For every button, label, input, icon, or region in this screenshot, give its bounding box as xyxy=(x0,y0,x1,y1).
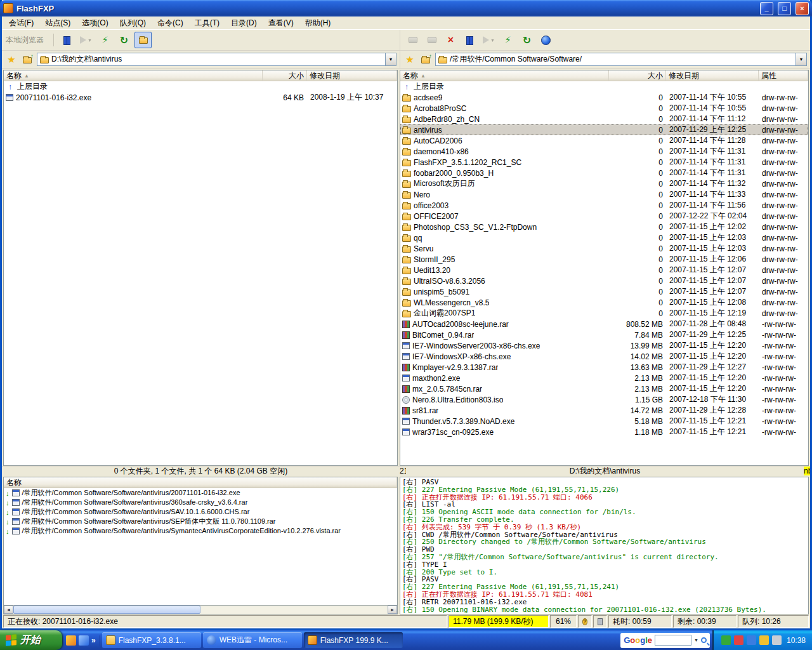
remote-column-date[interactable]: 修改日期 xyxy=(666,70,759,81)
file-row[interactable]: Kmplayer-v2.9.3.1387.rar13.63 MB2007-11-… xyxy=(400,362,808,373)
taskbar-task[interactable]: WEB迅雷 - Micros... xyxy=(203,632,302,648)
file-row[interactable]: wrar371sc_cn-0925.exe1.18 MB2007-11-15 上… xyxy=(400,427,808,437)
queue-item[interactable]: ↓/常用软件/Common Software/Software/antiviru… xyxy=(4,498,397,507)
remote-pause-button[interactable] xyxy=(461,32,478,48)
file-row[interactable]: Acrobat8ProSC02007-11-14 下午 10:55drw-rw-… xyxy=(400,103,808,114)
local-column-size[interactable]: 大小 xyxy=(263,70,307,81)
quick-launch-icon-2[interactable] xyxy=(79,635,89,646)
local-transfer-button[interactable]: ▼ xyxy=(77,32,95,48)
file-row[interactable]: IE7-WindowsServer2003-x86-chs.exe13.99 M… xyxy=(400,340,808,351)
file-row[interactable]: ↑上层目录 xyxy=(400,81,808,92)
local-path-combobox[interactable]: D:\我的文档\antivirus ▼ xyxy=(37,53,396,66)
file-row[interactable]: foobar2000_0.950b3_H02007-11-14 下午 11:31… xyxy=(400,168,808,178)
menu-item[interactable]: 帮助(H) xyxy=(299,17,337,30)
file-row[interactable]: BitComet_0.94.rar7.84 MB2007-11-29 上午 12… xyxy=(400,329,808,340)
file-row[interactable]: Photoshop_CS3_SC_V1.2-FtpDown02007-11-15… xyxy=(400,222,808,232)
file-row[interactable]: OFFICE200702007-12-22 下午 02:04drw-rw-rw- xyxy=(400,211,808,222)
file-row[interactable]: Servu02007-11-15 上午 12:03drw-rw-rw- xyxy=(400,243,808,254)
remote-reconnect-button[interactable] xyxy=(423,32,440,48)
taskbar-task[interactable]: FlashFXP 199.9 K... xyxy=(304,632,403,648)
file-row[interactable]: 20071101-016-i32.exe64 KB2008-1-19 上午 10… xyxy=(4,92,397,103)
menu-item[interactable]: 命令(C) xyxy=(152,17,189,30)
transfer-queue-list[interactable]: ↓/常用软件/Common Software/Software/antiviru… xyxy=(4,488,397,605)
file-row[interactable]: daemon410-x8602007-11-14 下午 11:31drw-rw-… xyxy=(400,146,808,157)
remote-path-combobox[interactable]: /常用软件/Common Software/Software/ ▼ xyxy=(435,53,807,66)
quick-launch-icon-1[interactable] xyxy=(66,635,76,646)
file-row[interactable]: unispim5_b509102007-11-15 上午 12:07drw-rw… xyxy=(400,286,808,297)
local-pause-button[interactable] xyxy=(58,32,75,48)
remote-column-size[interactable]: 大小 xyxy=(609,70,666,81)
file-row[interactable]: sr81.rar14.72 MB2007-11-29 上午 12:28-rw-r… xyxy=(400,405,808,416)
google-search-input[interactable] xyxy=(655,635,691,646)
google-dropdown-icon[interactable]: ▼ xyxy=(694,638,698,642)
minimize-button[interactable]: _ xyxy=(760,2,773,15)
local-file-list[interactable]: ↑上层目录20071101-016-i32.exe64 KB2008-1-19 … xyxy=(4,81,397,465)
local-column-name[interactable]: 名称▲ xyxy=(4,70,263,81)
ftp-log-pane[interactable]: [右] PASV[右] 227 Entering Passive Mode (6… xyxy=(400,477,809,614)
taskbar-task[interactable]: FlashFXP_3.3.8.1... xyxy=(102,632,201,648)
file-row[interactable]: qq02007-11-15 上午 12:03drw-rw-rw- xyxy=(400,232,808,243)
remote-up-directory-button[interactable]: ↑ xyxy=(419,53,433,66)
google-search-band[interactable]: Google ▼ xyxy=(620,633,710,648)
file-row[interactable]: mx_2.0.5.7845cn.rar2.13 MB2007-11-15 上午 … xyxy=(400,383,808,394)
scroll-right-button[interactable]: ► xyxy=(388,606,397,614)
start-button[interactable]: 开始 xyxy=(0,630,62,650)
remote-column-name[interactable]: 名称▲ xyxy=(400,70,609,81)
file-row[interactable]: Uedit13.2002007-11-15 上午 12:07drw-rw-rw- xyxy=(400,265,808,275)
close-button[interactable]: × xyxy=(796,2,809,15)
file-row[interactable]: acdsee902007-11-14 下午 10:55drw-rw-rw- xyxy=(400,92,808,103)
queue-column-name[interactable]: 名称 xyxy=(4,477,397,488)
remote-disconnect-button[interactable]: × xyxy=(442,32,459,48)
file-row[interactable]: Microsoft农历日历02007-11-14 下午 11:32drw-rw-… xyxy=(400,178,808,189)
queue-horizontal-scrollbar[interactable]: ◄ ► xyxy=(3,606,398,614)
local-favorites-star-icon[interactable]: ★ xyxy=(5,54,18,65)
remote-transfer-button[interactable]: ▼ xyxy=(480,32,497,48)
scroll-left-button[interactable]: ◄ xyxy=(4,606,13,614)
maximize-button[interactable]: □ xyxy=(778,2,791,15)
local-up-directory-button[interactable]: ↑ xyxy=(20,53,34,66)
file-row[interactable]: FlashFXP_3.5.1.1202_RC1_SC02007-11-14 下午… xyxy=(400,157,808,168)
menu-item[interactable]: 查看(V) xyxy=(263,17,299,30)
local-browse-button[interactable] xyxy=(134,32,152,48)
menu-item[interactable]: 选项(O) xyxy=(76,17,114,30)
local-refresh-button[interactable]: ↻ xyxy=(115,32,133,48)
file-row[interactable]: maxthon2.exe2.13 MB2007-11-15 上午 12:20-r… xyxy=(400,373,808,383)
local-quick-transfer-button[interactable]: ⚡ xyxy=(96,32,114,48)
file-row[interactable]: office200302007-11-14 下午 11:56drw-rw-rw- xyxy=(400,200,808,211)
file-row[interactable]: Nero.8.Ultra.Edition803.iso1.15 GB2007-1… xyxy=(400,394,808,405)
input-method-tray-icon[interactable] xyxy=(759,635,769,645)
network-tray-icon[interactable] xyxy=(747,635,756,645)
remote-channel-button[interactable] xyxy=(537,32,554,48)
file-row[interactable]: IE7-WindowsXP-x86-chs.exe14.02 MB2007-11… xyxy=(400,351,808,362)
remote-favorites-star-icon[interactable]: ★ xyxy=(403,54,416,65)
local-column-date[interactable]: 修改日期 xyxy=(307,70,397,81)
volume-tray-icon[interactable] xyxy=(772,635,782,645)
menu-item[interactable]: 队列(Q) xyxy=(114,17,152,30)
queue-item[interactable]: ↓/常用软件/Common Software/Software/antiviru… xyxy=(4,507,397,517)
file-row[interactable]: Nero02007-11-14 下午 11:33drw-rw-rw- xyxy=(400,189,808,200)
file-row[interactable]: 金山词霸2007SP102007-11-15 上午 12:19drw-rw-rw… xyxy=(400,308,808,319)
file-row[interactable]: Thunder.v5.7.3.389.NoAD.exe5.18 MB2007-1… xyxy=(400,416,808,427)
menu-item[interactable]: 站点(S) xyxy=(39,17,76,30)
remote-quick-transfer-button[interactable]: ⚡ xyxy=(499,32,516,48)
remote-file-list[interactable]: ↑上层目录acdsee902007-11-14 下午 10:55drw-rw-r… xyxy=(400,81,808,465)
file-row[interactable]: UltraISO-v8.6.3.205602007-11-15 上午 12:07… xyxy=(400,275,808,286)
combo-dropdown-button[interactable]: ▼ xyxy=(796,53,806,65)
menu-item[interactable]: 目录(D) xyxy=(225,17,263,30)
file-row[interactable]: antivirus02007-11-29 上午 12:25drw-rw-rw- xyxy=(400,124,808,135)
scrollbar-track[interactable] xyxy=(13,606,388,614)
remote-connect-button[interactable] xyxy=(404,32,421,48)
menu-item[interactable]: 会话(F) xyxy=(3,17,39,30)
download-tray-icon[interactable] xyxy=(734,635,743,645)
title-bar[interactable]: FlashFXP _ □ × xyxy=(0,0,812,17)
remote-column-attr[interactable]: 属性 xyxy=(759,70,808,81)
quick-launch-chevron-icon[interactable]: » xyxy=(91,636,96,645)
combo-dropdown-button[interactable]: ▼ xyxy=(385,53,396,65)
queue-item[interactable]: ↓/常用软件/Common Software/Software/antiviru… xyxy=(4,488,397,498)
file-row[interactable]: AutoCAD200602007-11-14 下午 11:28drw-rw-rw… xyxy=(400,135,808,146)
scrollbar-thumb[interactable] xyxy=(13,606,200,614)
file-row[interactable]: WLMessengercn_v8.502007-11-15 上午 12:08dr… xyxy=(400,297,808,308)
file-row[interactable]: AUTOcad2008sc-leejune.rar808.52 MB2007-1… xyxy=(400,319,808,329)
antivirus-tray-icon[interactable] xyxy=(721,635,731,645)
menu-item[interactable]: 工具(T) xyxy=(189,17,225,30)
